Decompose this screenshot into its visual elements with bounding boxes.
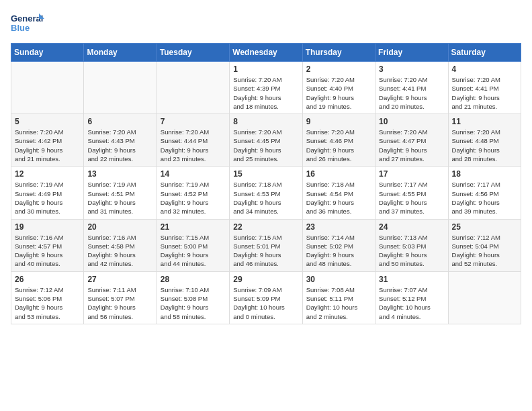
day-info: Sunrise: 7:20 AMSunset: 4:48 PMDaylight:… [452,128,517,163]
day-info: Sunrise: 7:20 AMSunset: 4:41 PMDaylight:… [452,75,517,111]
day-info: Sunrise: 7:18 AMSunset: 4:54 PMDaylight:… [306,180,371,216]
day-cell: 23Sunrise: 7:14 AMSunset: 5:02 PMDayligh… [302,219,375,271]
day-number: 5 [15,117,80,126]
svg-text:General: General [11,13,43,24]
calendar-table: SundayMondayTuesdayWednesdayThursdayFrid… [11,43,521,324]
week-row-2: 5Sunrise: 7:20 AMSunset: 4:42 PMDaylight… [11,114,521,167]
day-info: Sunrise: 7:15 AMSunset: 5:00 PMDaylight:… [161,233,226,269]
day-info: Sunrise: 7:14 AMSunset: 5:02 PMDaylight:… [306,233,371,269]
day-number: 20 [87,222,152,232]
day-info: Sunrise: 7:19 AMSunset: 4:49 PMDaylight:… [15,180,80,216]
logo: General Blue [11,11,44,35]
weekday-header-thursday: Thursday [302,44,375,62]
day-cell: 19Sunrise: 7:16 AMSunset: 4:57 PMDayligh… [11,219,84,271]
day-cell: 6Sunrise: 7:20 AMSunset: 4:43 PMDaylight… [84,114,157,167]
day-number: 3 [379,64,444,74]
day-cell: 11Sunrise: 7:20 AMSunset: 4:48 PMDayligh… [448,114,521,167]
logo-svg: General Blue [11,11,44,35]
day-info: Sunrise: 7:15 AMSunset: 5:01 PMDaylight:… [233,233,298,269]
day-cell: 28Sunrise: 7:10 AMSunset: 5:08 PMDayligh… [157,271,229,324]
day-info: Sunrise: 7:20 AMSunset: 4:46 PMDaylight:… [306,128,371,163]
day-cell: 8Sunrise: 7:20 AMSunset: 4:45 PMDaylight… [230,114,302,167]
day-info: Sunrise: 7:11 AMSunset: 5:07 PMDaylight:… [87,285,152,321]
day-number: 9 [306,117,371,126]
day-cell [84,62,157,114]
week-row-1: 1Sunrise: 7:20 AMSunset: 4:39 PMDaylight… [11,62,521,114]
day-cell: 1Sunrise: 7:20 AMSunset: 4:39 PMDaylight… [230,62,302,114]
day-cell: 30Sunrise: 7:08 AMSunset: 5:11 PMDayligh… [302,271,375,324]
day-cell: 14Sunrise: 7:19 AMSunset: 4:52 PMDayligh… [157,167,229,219]
day-cell: 9Sunrise: 7:20 AMSunset: 4:46 PMDaylight… [302,114,375,167]
day-number: 17 [379,169,444,179]
day-cell: 2Sunrise: 7:20 AMSunset: 4:40 PMDaylight… [302,62,375,114]
day-cell: 18Sunrise: 7:17 AMSunset: 4:56 PMDayligh… [448,167,521,219]
day-number: 27 [87,275,152,284]
day-number: 18 [452,169,517,179]
day-info: Sunrise: 7:20 AMSunset: 4:41 PMDaylight:… [379,75,444,111]
day-number: 8 [233,117,298,126]
day-number: 23 [306,222,371,232]
day-info: Sunrise: 7:08 AMSunset: 5:11 PMDaylight:… [306,285,371,321]
day-info: Sunrise: 7:12 AMSunset: 5:04 PMDaylight:… [452,233,517,269]
day-number: 4 [452,64,517,74]
day-number: 6 [87,117,152,126]
day-number: 21 [161,222,226,232]
weekday-header-wednesday: Wednesday [230,44,302,62]
day-info: Sunrise: 7:09 AMSunset: 5:09 PMDaylight:… [233,285,298,321]
day-number: 10 [379,117,444,126]
day-info: Sunrise: 7:18 AMSunset: 4:53 PMDaylight:… [233,180,298,216]
day-cell: 22Sunrise: 7:15 AMSunset: 5:01 PMDayligh… [230,219,302,271]
day-cell: 13Sunrise: 7:19 AMSunset: 4:51 PMDayligh… [84,167,157,219]
svg-text:Blue: Blue [11,23,30,33]
day-info: Sunrise: 7:17 AMSunset: 4:56 PMDaylight:… [452,180,517,216]
day-info: Sunrise: 7:17 AMSunset: 4:55 PMDaylight:… [379,180,444,216]
day-cell: 27Sunrise: 7:11 AMSunset: 5:07 PMDayligh… [84,271,157,324]
day-number: 19 [15,222,80,232]
day-cell: 29Sunrise: 7:09 AMSunset: 5:09 PMDayligh… [230,271,302,324]
day-info: Sunrise: 7:20 AMSunset: 4:39 PMDaylight:… [233,75,298,111]
day-cell: 15Sunrise: 7:18 AMSunset: 4:53 PMDayligh… [230,167,302,219]
weekday-header-sunday: Sunday [11,44,84,62]
weekday-header-row: SundayMondayTuesdayWednesdayThursdayFrid… [11,44,521,62]
day-info: Sunrise: 7:19 AMSunset: 4:52 PMDaylight:… [161,180,226,216]
day-cell: 7Sunrise: 7:20 AMSunset: 4:44 PMDaylight… [157,114,229,167]
weekday-header-friday: Friday [375,44,448,62]
day-number: 22 [233,222,298,232]
day-number: 28 [161,275,226,284]
day-cell: 4Sunrise: 7:20 AMSunset: 4:41 PMDaylight… [448,62,521,114]
day-number: 13 [87,169,152,179]
day-info: Sunrise: 7:20 AMSunset: 4:47 PMDaylight:… [379,128,444,163]
day-cell: 25Sunrise: 7:12 AMSunset: 5:04 PMDayligh… [448,219,521,271]
day-info: Sunrise: 7:16 AMSunset: 4:58 PMDaylight:… [87,233,152,269]
day-number: 25 [452,222,517,232]
day-cell [11,62,84,114]
day-number: 15 [233,169,298,179]
day-number: 14 [161,169,226,179]
page-header: General Blue [11,11,521,35]
week-row-5: 26Sunrise: 7:12 AMSunset: 5:06 PMDayligh… [11,271,521,324]
day-number: 31 [379,275,444,284]
day-number: 7 [161,117,226,126]
day-cell: 21Sunrise: 7:15 AMSunset: 5:00 PMDayligh… [157,219,229,271]
day-cell: 17Sunrise: 7:17 AMSunset: 4:55 PMDayligh… [375,167,448,219]
day-info: Sunrise: 7:20 AMSunset: 4:43 PMDaylight:… [87,128,152,163]
day-info: Sunrise: 7:16 AMSunset: 4:57 PMDaylight:… [15,233,80,269]
day-number: 30 [306,275,371,284]
day-cell [448,271,521,324]
day-info: Sunrise: 7:12 AMSunset: 5:06 PMDaylight:… [15,285,80,321]
week-row-4: 19Sunrise: 7:16 AMSunset: 4:57 PMDayligh… [11,219,521,271]
day-number: 11 [452,117,517,126]
week-row-3: 12Sunrise: 7:19 AMSunset: 4:49 PMDayligh… [11,167,521,219]
day-cell: 26Sunrise: 7:12 AMSunset: 5:06 PMDayligh… [11,271,84,324]
day-number: 26 [15,275,80,284]
day-number: 24 [379,222,444,232]
weekday-header-tuesday: Tuesday [157,44,229,62]
day-number: 16 [306,169,371,179]
day-info: Sunrise: 7:20 AMSunset: 4:42 PMDaylight:… [15,128,80,163]
day-cell: 12Sunrise: 7:19 AMSunset: 4:49 PMDayligh… [11,167,84,219]
day-cell: 3Sunrise: 7:20 AMSunset: 4:41 PMDaylight… [375,62,448,114]
day-cell: 20Sunrise: 7:16 AMSunset: 4:58 PMDayligh… [84,219,157,271]
day-cell: 5Sunrise: 7:20 AMSunset: 4:42 PMDaylight… [11,114,84,167]
weekday-header-monday: Monday [84,44,157,62]
day-cell: 10Sunrise: 7:20 AMSunset: 4:47 PMDayligh… [375,114,448,167]
